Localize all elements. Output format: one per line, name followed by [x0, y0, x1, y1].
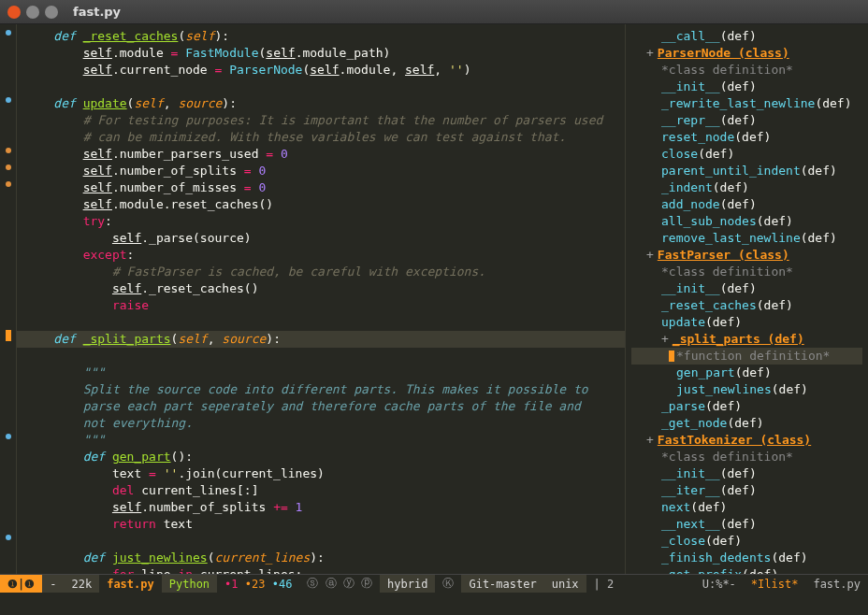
window-titlebar: fast.py: [0, 0, 868, 24]
gutter-mark: [0, 293, 16, 310]
outline-item[interactable]: __init__ (def): [631, 280, 862, 297]
code-line[interactable]: return text: [24, 517, 193, 531]
code-line[interactable]: def update(self, source):: [24, 96, 237, 110]
code-line[interactable]: self._parse(source): [24, 231, 252, 245]
code-line[interactable]: # For testing purposes: It is important …: [24, 113, 602, 127]
outline-item[interactable]: + FastTokenizer (class): [631, 432, 862, 449]
outline-item[interactable]: parent_until_indent (def): [631, 163, 862, 179]
gutter-mark: [0, 310, 16, 327]
status-git: Git-master: [461, 575, 543, 593]
gutter-mark: [0, 529, 16, 546]
outline-item[interactable]: add_node (def): [631, 196, 862, 213]
code-line[interactable]: def just_newlines(current_lines):: [24, 551, 325, 565]
outline-item[interactable]: _finish_dedents (def): [631, 550, 862, 566]
gutter-mark: [0, 512, 16, 529]
code-line[interactable]: for line in current_lines:: [24, 567, 302, 574]
status-insert: ❶|❶: [0, 575, 42, 593]
gutter-mark: [0, 411, 16, 428]
code-line[interactable]: def _reset_caches(self):: [24, 29, 229, 43]
minimize-icon[interactable]: [26, 6, 39, 19]
gutter-mark: [0, 176, 16, 193]
outline-item[interactable]: __init__ (def): [631, 465, 862, 482]
gutter-mark: [0, 75, 16, 92]
outline-item[interactable]: _indent (def): [631, 179, 862, 196]
gutter-mark: [0, 142, 16, 159]
status-file[interactable]: fast.py: [99, 575, 162, 593]
code-line[interactable]: self.number_of_splits = 0: [24, 164, 266, 178]
code-line[interactable]: self._reset_caches(): [24, 281, 258, 295]
close-icon[interactable]: [7, 6, 21, 19]
outline-item[interactable]: _reset_caches (def): [631, 297, 862, 314]
code-line[interactable]: self.current_node = ParserNode(self.modu…: [24, 63, 471, 77]
code-line[interactable]: raise: [24, 298, 149, 312]
outline-item[interactable]: *class definition*: [631, 449, 862, 465]
outline-item[interactable]: update (def): [631, 314, 862, 331]
code-area[interactable]: def _reset_caches(self): self.module = F…: [17, 24, 625, 574]
gutter-mark: [0, 546, 16, 563]
outline-item[interactable]: next (def): [631, 499, 862, 516]
outline-item[interactable]: *class definition*: [631, 264, 862, 280]
code-line[interactable]: try:: [24, 214, 112, 228]
gutter-mark: [0, 495, 16, 512]
code-line[interactable]: # can be minimized. With these variables…: [24, 130, 566, 144]
status-right-u: U:%*-: [695, 575, 744, 593]
code-line[interactable]: parse each part seperately and therefore…: [24, 399, 581, 413]
outline-item[interactable]: _get_node (def): [631, 415, 862, 432]
status-right-ilist: *Ilist*: [744, 575, 806, 593]
code-line[interactable]: self.number_of_splits += 1: [24, 500, 302, 514]
outline-item[interactable]: __repr__ (def): [631, 112, 862, 129]
outline-item[interactable]: _close (def): [631, 533, 862, 550]
gutter-mark: [0, 378, 16, 394]
code-line[interactable]: except:: [24, 248, 134, 262]
code-line[interactable]: def gen_part():: [24, 450, 193, 464]
code-line[interactable]: Split the source code into different par…: [24, 382, 588, 396]
code-line[interactable]: del current_lines[:]: [24, 483, 258, 497]
outline-item[interactable]: __next__ (def): [631, 516, 862, 533]
status-dash: -: [42, 575, 64, 593]
code-line[interactable]: def _split_parts(self, source):: [17, 331, 625, 348]
code-line[interactable]: """: [24, 365, 105, 379]
code-line[interactable]: self.module = FastModule(self.module_pat…: [24, 46, 390, 60]
gutter-mark: [0, 327, 16, 344]
gutter-mark: [0, 394, 16, 411]
outline-item[interactable]: remove_last_newline (def): [631, 230, 862, 247]
maximize-icon[interactable]: [45, 6, 58, 19]
gutter-mark: [0, 445, 16, 462]
outline-item[interactable]: __iter__ (def): [631, 482, 862, 499]
gutter-mark: [0, 260, 16, 277]
code-line[interactable]: self.number_parsers_used = 0: [24, 147, 288, 161]
status-pct: | 2: [586, 575, 622, 593]
outline-item[interactable]: __init__ (def): [631, 79, 862, 95]
outline-item[interactable]: _parse (def): [631, 398, 862, 415]
outline-item[interactable]: reset_node (def): [631, 129, 862, 146]
outline-item[interactable]: + _split_parts (def): [631, 331, 862, 348]
editor-gutter: [0, 24, 17, 574]
status-bar: ❶|❶ - 22k fast.py Python •1 •23 •46 ⓢ ⓐ …: [0, 574, 868, 593]
status-flycheck: •1 •23 •46: [217, 575, 299, 593]
code-line[interactable]: self.number_of_misses = 0: [24, 180, 266, 194]
outline-item[interactable]: + FastParser (class): [631, 247, 862, 264]
outline-item[interactable]: _get_prefix (def): [631, 566, 862, 574]
outline-item[interactable]: gen_part (def): [631, 365, 862, 381]
code-line[interactable]: # FastParser is cached, be careful with …: [24, 265, 485, 279]
gutter-mark: [0, 193, 16, 209]
gutter-mark: [0, 226, 16, 243]
outline-item[interactable]: __call__ (def): [631, 28, 862, 45]
editor-pane[interactable]: def _reset_caches(self): self.module = F…: [0, 24, 625, 574]
status-right-file: fast.py: [805, 575, 868, 593]
outline-item[interactable]: _rewrite_last_newline (def): [631, 95, 862, 112]
gutter-mark: [0, 428, 16, 445]
outline-item[interactable]: *function definition*: [631, 348, 862, 365]
code-line[interactable]: text = ''.join(current_lines): [24, 466, 325, 480]
code-line[interactable]: """: [24, 433, 105, 447]
gutter-mark: [0, 125, 16, 142]
code-line[interactable]: self.module.reset_caches(): [24, 197, 273, 211]
code-line[interactable]: not everything.: [24, 416, 193, 430]
outline-item[interactable]: *class definition*: [631, 62, 862, 79]
outline-item[interactable]: all_sub_nodes (def): [631, 213, 862, 230]
minibuffer[interactable]: [0, 593, 868, 615]
outline-pane[interactable]: __call__ (def)+ ParserNode (class)*class…: [625, 24, 868, 574]
outline-item[interactable]: close (def): [631, 146, 862, 163]
outline-item[interactable]: just_newlines (def): [631, 381, 862, 398]
outline-item[interactable]: + ParserNode (class): [631, 45, 862, 62]
